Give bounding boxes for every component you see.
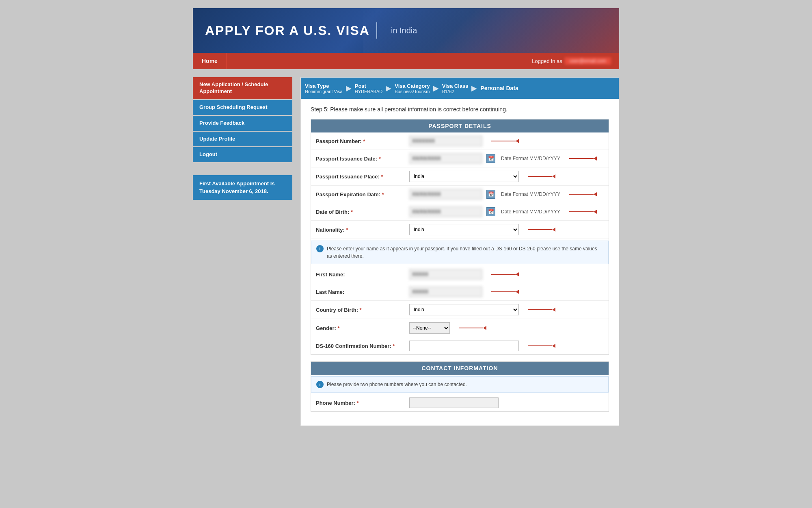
sidebar-item-update-profile[interactable]: Update Profile [193,132,292,147]
step-instruction: Step 5: Please make sure all personal in… [311,106,609,113]
step-visa-class: Visa Class B1/B2 [442,83,469,94]
sidebar-item-group-scheduling-label: Group Scheduling Request [199,104,268,110]
passport-issuance-date-input-area: 📅 Date Format MM/DD/YYYY [409,153,604,164]
sidebar: New Application / Schedule Appointment G… [193,77,292,426]
passport-issuance-place-select[interactable]: India [409,171,519,182]
logged-in-label: Logged in as [532,58,562,64]
header-separator [376,22,377,39]
step-personal-data: Personal Data [480,85,518,91]
first-name-arrow [491,272,519,276]
passport-number-input-area [409,136,604,146]
name-info-box: i Please enter your name as it appears i… [311,241,609,264]
country-of-birth-arrow [528,308,555,312]
phone-number-label: Phone Number: * [316,400,405,406]
last-name-arrow [491,290,519,294]
sidebar-item-new-application[interactable]: New Application / Schedule Appointment [193,77,292,99]
passport-expiration-date-format: Date Format MM/DD/YYYY [501,191,560,197]
ds160-input[interactable] [409,341,519,351]
step-visa-category-value: Business/Tourism [395,89,430,94]
step-bar: Visa Type Nonimmigrant Visa ▶ Post HYDER… [301,78,619,99]
step-visa-class-value: B1/B2 [442,89,454,94]
ds160-arrow [528,344,555,348]
passport-issuance-date-label: Passport Issuance Date: * [316,156,405,162]
dob-date-format: Date Format MM/DD/YYYY [501,209,560,215]
nationality-select[interactable]: India [409,224,519,235]
step-visa-type-value: Nonimmigrant Visa [305,89,343,94]
ds160-label: DS-160 Confirmation Number: * [316,343,405,349]
appointment-text: First Available Appointment Is Tuesday N… [199,180,275,194]
passport-number-required: * [363,138,365,144]
date-of-birth-input-area: 📅 Date Format MM/DD/YYYY [409,206,604,217]
passport-issuance-date-row: Passport Issuance Date: * 📅 Date Format … [311,150,609,167]
step-visa-type-label: Visa Type [305,83,329,89]
nationality-input-area: India [409,224,604,235]
passport-section-header: PASSPORT DETAILS [311,119,609,132]
last-name-row: Last Name: [311,283,609,301]
passport-issuance-calendar-icon[interactable]: 📅 [486,154,495,163]
passport-expiration-date-input[interactable] [409,189,482,200]
dob-arrow [569,210,597,214]
logged-in-value: user@email.com [565,57,611,65]
header-subtitle: in India [391,26,417,35]
step-arrow-2: ▶ [386,84,391,93]
last-name-label: Last Name: [316,289,405,295]
passport-issuance-date-format: Date Format MM/DD/YYYY [501,156,560,161]
sidebar-item-new-application-label: New Application / Schedule Appointment [199,81,268,94]
header-banner: APPLY FOR A U.S. VISA in India [193,8,619,53]
sidebar-item-provide-feedback-label: Provide Feedback [199,120,244,126]
passport-expiration-date-input-area: 📅 Date Format MM/DD/YYYY [409,189,604,200]
last-name-input[interactable] [409,287,482,297]
step-visa-class-label: Visa Class [442,83,469,89]
step-arrow-1: ▶ [346,84,352,93]
main-layout: New Application / Schedule Appointment G… [193,69,619,434]
dob-calendar-icon[interactable]: 📅 [486,207,495,216]
gender-select[interactable]: --None-- Male Female [409,322,450,334]
passport-issuance-place-row: Passport Issuance Place: * India [311,167,609,186]
date-of-birth-label: Date of Birth: * [316,209,405,215]
passport-issuance-place-arrow [528,174,555,178]
passport-issuance-place-input-area: India [409,171,604,182]
first-name-label: First Name: [316,271,405,278]
name-info-text: Please enter your name as it appears in … [327,245,603,260]
contact-info-section: CONTACT INFORMATION i Please provide two… [311,361,609,412]
last-name-input-area [409,287,604,297]
passport-issuance-date-arrow [569,156,597,161]
step-visa-category: Visa Category Business/Tourism [395,83,430,94]
country-of-birth-label: Country of Birth: * [316,307,405,313]
contact-section-header: CONTACT INFORMATION [311,362,609,375]
nationality-row: Nationality: * India [311,221,609,239]
passport-expiration-calendar-icon[interactable]: 📅 [486,190,495,199]
first-name-input[interactable] [409,269,482,280]
passport-details-section: PASSPORT DETAILS Passport Number: * [311,119,609,355]
country-of-birth-select[interactable]: India [409,304,519,315]
step-post-label: Post [355,83,366,89]
info-icon: i [316,245,324,252]
step-post-value: HYDERABAD [355,89,382,94]
step-arrow-3: ▶ [433,84,439,93]
country-of-birth-input-area: India [409,304,604,315]
sidebar-item-logout[interactable]: Logout [193,147,292,162]
first-name-row: First Name: [311,266,609,283]
gender-row: Gender: * --None-- Male Female [311,319,609,337]
sidebar-item-group-scheduling[interactable]: Group Scheduling Request [193,100,292,115]
date-of-birth-input[interactable] [409,206,482,217]
first-name-input-area [409,269,604,280]
step-visa-category-label: Visa Category [395,83,430,89]
phone-number-row: Phone Number: * [311,394,609,411]
sidebar-item-provide-feedback[interactable]: Provide Feedback [193,116,292,131]
step-visa-type: Visa Type Nonimmigrant Visa [305,83,343,94]
sidebar-item-update-profile-label: Update Profile [199,136,235,142]
passport-issuance-date-input[interactable] [409,153,482,164]
nav-home-button[interactable]: Home [193,53,227,69]
content-area: Visa Type Nonimmigrant Visa ▶ Post HYDER… [300,77,619,426]
gender-arrow [459,326,486,330]
phone-number-input[interactable] [409,397,499,408]
contact-info-text: Please provide two phone numbers where y… [327,381,467,388]
country-of-birth-row: Country of Birth: * India [311,301,609,319]
step-personal-data-label: Personal Data [480,85,518,91]
gender-label: Gender: * [316,325,405,331]
nav-logged-in: Logged in as user@email.com [532,57,619,65]
passport-number-input[interactable] [409,136,482,146]
passport-expiration-date-row: Passport Expiration Date: * 📅 Date Forma… [311,186,609,203]
form-area: Step 5: Please make sure all personal in… [301,99,619,426]
